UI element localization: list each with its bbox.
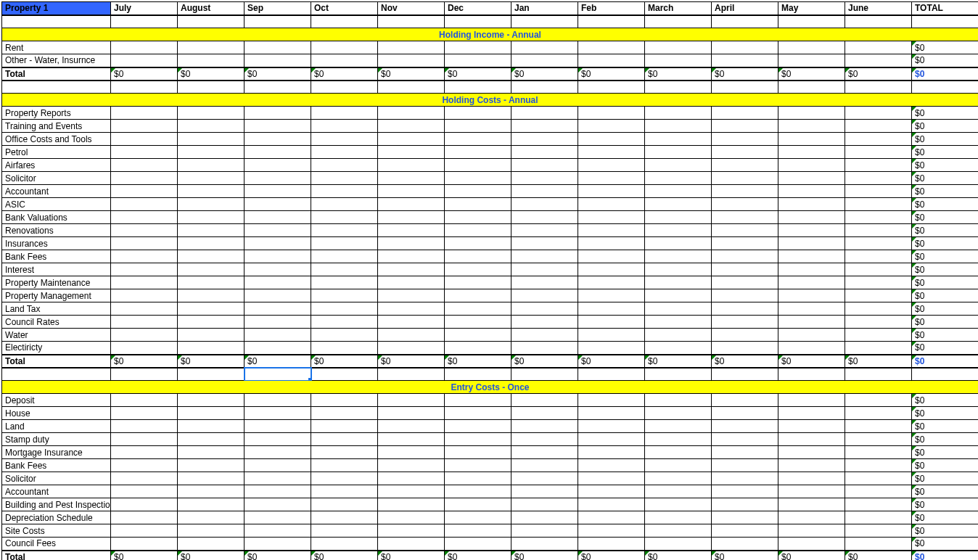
cell[interactable]	[311, 316, 378, 329]
cell[interactable]	[712, 159, 778, 172]
cell[interactable]	[845, 133, 912, 146]
cell[interactable]	[244, 538, 311, 551]
cell[interactable]	[311, 329, 378, 342]
total-month-9[interactable]: $0	[712, 355, 778, 368]
cell[interactable]	[111, 41, 178, 54]
header-month-10[interactable]: May	[778, 2, 845, 15]
cell[interactable]	[378, 198, 445, 211]
cell[interactable]	[378, 498, 445, 511]
cell[interactable]	[511, 342, 578, 355]
cell[interactable]	[511, 524, 578, 538]
cell[interactable]	[511, 316, 578, 329]
cell[interactable]	[778, 446, 845, 459]
cell[interactable]	[445, 107, 511, 120]
cell[interactable]	[378, 276, 445, 289]
spacer-cell[interactable]	[912, 81, 979, 94]
cell[interactable]	[778, 211, 845, 224]
cell[interactable]	[111, 407, 178, 420]
cell[interactable]	[445, 263, 511, 276]
cell[interactable]	[445, 250, 511, 263]
cell[interactable]	[511, 198, 578, 211]
cell[interactable]	[244, 394, 311, 407]
cell[interactable]	[712, 107, 778, 120]
cell[interactable]	[178, 172, 244, 185]
cell[interactable]	[645, 459, 712, 472]
cell[interactable]	[311, 107, 378, 120]
cell[interactable]	[378, 172, 445, 185]
cell[interactable]	[511, 224, 578, 237]
cell[interactable]	[178, 263, 244, 276]
cell[interactable]	[578, 107, 645, 120]
cell[interactable]	[511, 433, 578, 446]
cell[interactable]	[578, 263, 645, 276]
cell[interactable]	[111, 146, 178, 159]
cell[interactable]	[244, 54, 311, 67]
cell[interactable]	[645, 133, 712, 146]
cell[interactable]	[178, 41, 244, 54]
cell[interactable]	[578, 394, 645, 407]
total-month-3[interactable]: $0	[311, 551, 378, 561]
cell[interactable]	[712, 276, 778, 289]
total-month-5[interactable]: $0	[445, 551, 511, 561]
cell[interactable]	[578, 342, 645, 355]
cell[interactable]	[578, 329, 645, 342]
cell[interactable]	[645, 420, 712, 433]
cell[interactable]	[311, 146, 378, 159]
cell[interactable]	[311, 394, 378, 407]
cell[interactable]	[178, 511, 244, 524]
cell[interactable]	[445, 198, 511, 211]
cell[interactable]	[378, 538, 445, 551]
spacer-cell[interactable]	[778, 368, 845, 381]
cell[interactable]	[311, 498, 378, 511]
cell[interactable]	[578, 120, 645, 133]
cell[interactable]	[778, 316, 845, 329]
cell[interactable]	[712, 511, 778, 524]
cell[interactable]	[578, 250, 645, 263]
cell[interactable]	[845, 263, 912, 276]
cell[interactable]	[111, 211, 178, 224]
cell[interactable]	[511, 446, 578, 459]
spacer-cell[interactable]	[511, 81, 578, 94]
cell[interactable]	[111, 133, 178, 146]
header-month-3[interactable]: Oct	[311, 2, 378, 15]
cell[interactable]	[712, 459, 778, 472]
blank-cell[interactable]	[712, 15, 778, 28]
cell[interactable]	[378, 289, 445, 302]
cell[interactable]	[511, 329, 578, 342]
spacer-cell[interactable]	[378, 81, 445, 94]
blank-cell[interactable]	[778, 15, 845, 28]
cell[interactable]	[178, 498, 244, 511]
cell[interactable]	[378, 472, 445, 485]
cell[interactable]	[845, 538, 912, 551]
cell[interactable]	[578, 538, 645, 551]
cell[interactable]	[378, 459, 445, 472]
cell[interactable]	[445, 446, 511, 459]
cell[interactable]	[778, 198, 845, 211]
cell[interactable]	[845, 172, 912, 185]
cell[interactable]	[378, 159, 445, 172]
cell[interactable]	[111, 394, 178, 407]
selected-cell[interactable]	[244, 368, 311, 381]
blank-cell[interactable]	[244, 15, 311, 28]
cell[interactable]	[378, 485, 445, 498]
total-month-7[interactable]: $0	[578, 67, 645, 81]
cell[interactable]	[645, 498, 712, 511]
total-month-0[interactable]: $0	[111, 551, 178, 561]
cell[interactable]	[445, 159, 511, 172]
cell[interactable]	[244, 159, 311, 172]
cell[interactable]	[511, 211, 578, 224]
cell[interactable]	[712, 41, 778, 54]
cell[interactable]	[778, 263, 845, 276]
cell[interactable]	[178, 538, 244, 551]
cell[interactable]	[111, 498, 178, 511]
blank-cell[interactable]	[511, 15, 578, 28]
cell[interactable]	[378, 263, 445, 276]
cell[interactable]	[111, 107, 178, 120]
cell[interactable]	[645, 185, 712, 198]
total-month-6[interactable]: $0	[511, 355, 578, 368]
cell[interactable]	[244, 120, 311, 133]
blank-cell[interactable]	[845, 15, 912, 28]
cell[interactable]	[778, 342, 845, 355]
cell[interactable]	[111, 250, 178, 263]
header-month-4[interactable]: Nov	[378, 2, 445, 15]
